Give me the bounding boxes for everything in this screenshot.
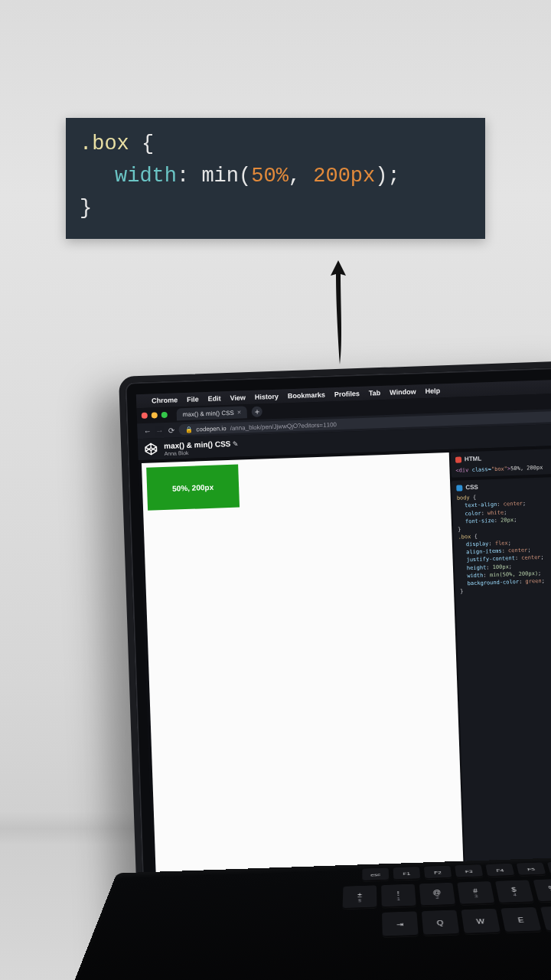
- menu-history[interactable]: History: [255, 393, 279, 401]
- key-f1: F1: [393, 867, 421, 880]
- key-f4: F4: [485, 864, 514, 877]
- preview-box: 50%, 200px: [146, 465, 240, 511]
- key-⇥: ⇥: [382, 911, 419, 937]
- key-f3: F3: [455, 864, 483, 878]
- key-1: !1: [381, 884, 416, 908]
- html-badge-icon: [455, 456, 461, 462]
- menu-edit[interactable]: Edit: [207, 394, 220, 403]
- key-w: W: [461, 909, 501, 935]
- code-brace-open: {: [129, 132, 154, 155]
- preview-box-label: 50%, 200px: [172, 482, 214, 492]
- menu-bookmarks[interactable]: Bookmarks: [288, 391, 325, 400]
- browser-tab[interactable]: max() & min() CSS ×: [176, 406, 247, 420]
- window-minimize-button[interactable]: [152, 412, 158, 418]
- codepen-logo-icon[interactable]: [144, 442, 158, 456]
- key-§: ±§: [343, 885, 377, 909]
- laptop-keyboard: escF1F2F3F4F5F6F7F8 ±§!1@2#3$4%5^6&7 ⇥QW…: [62, 854, 551, 980]
- window-zoom-button[interactable]: [161, 412, 168, 418]
- key-2: @2: [419, 883, 455, 906]
- menu-file[interactable]: File: [187, 395, 199, 403]
- key-f2: F2: [424, 866, 452, 880]
- key-4: $4: [495, 880, 534, 903]
- nav-back-icon[interactable]: ←: [143, 426, 151, 435]
- key-3: #3: [457, 881, 494, 905]
- nav-reload-icon[interactable]: ⟳: [168, 426, 174, 434]
- lock-icon: 🔒: [184, 426, 192, 433]
- menu-profiles[interactable]: Profiles: [334, 390, 360, 398]
- new-tab-button[interactable]: +: [252, 406, 262, 416]
- code-arg-1: 50%: [251, 165, 289, 188]
- code-property: width: [115, 165, 177, 188]
- code-brace-close: }: [80, 197, 92, 220]
- editor-css-label: CSS: [465, 482, 478, 492]
- menu-tab[interactable]: Tab: [369, 389, 381, 397]
- laptop: Chrome File Edit View History Bookmarks …: [119, 360, 551, 980]
- code-function: min: [201, 165, 239, 188]
- code-snippet: .box { width: min(50%, 200px); }: [66, 118, 485, 239]
- code-arg-2: 200px: [313, 165, 375, 188]
- nav-forward-icon: →: [155, 426, 163, 435]
- key-f6: F6: [547, 861, 551, 875]
- menu-window[interactable]: Window: [390, 387, 416, 396]
- window-close-button[interactable]: [142, 413, 148, 419]
- menu-view[interactable]: View: [230, 394, 246, 402]
- menu-help[interactable]: Help: [425, 387, 440, 395]
- editor-html[interactable]: HTML <div class="box">50%, 200px: [451, 448, 551, 477]
- key-e: E: [500, 907, 541, 933]
- css-badge-icon: [456, 485, 462, 491]
- code-selector: .box: [80, 132, 129, 155]
- key-f5: F5: [517, 862, 546, 876]
- key-5: %5: [533, 879, 551, 903]
- url-host: codepen.io: [196, 425, 226, 433]
- menubar-app-name[interactable]: Chrome: [152, 396, 178, 404]
- editor-html-label: HTML: [465, 455, 482, 464]
- key-r: R: [540, 906, 551, 932]
- url-path: /anna_blok/pen/JjwwQjO?editors=1100: [230, 421, 337, 432]
- tab-title: max() & min() CSS: [183, 409, 234, 417]
- key-q: Q: [422, 910, 460, 936]
- key-esc: esc: [362, 867, 389, 881]
- tab-close-icon[interactable]: ×: [237, 408, 242, 416]
- arrow-up-icon: [329, 259, 347, 366]
- window-traffic-lights[interactable]: [142, 412, 168, 419]
- edit-title-icon[interactable]: ✎: [233, 439, 239, 447]
